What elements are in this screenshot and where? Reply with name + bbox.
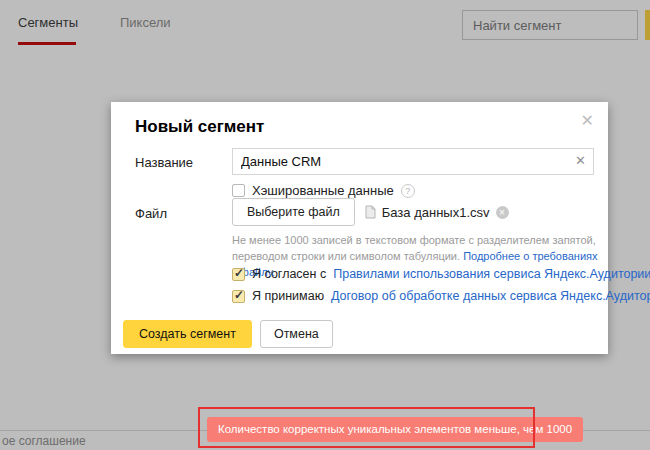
remove-file-icon[interactable]: × [496,206,509,219]
segment-name-input[interactable] [233,149,593,174]
new-segment-dialog: Новый сегмент ✕ Название ✕ Хэшированные … [111,102,608,354]
file-field-label: Файл [135,206,167,221]
file-row: Выберите файл База данных1.csv × [232,198,509,226]
clear-input-icon[interactable]: ✕ [575,154,586,167]
file-name: База данных1.csv [382,205,490,220]
cancel-button[interactable]: Отмена [260,320,333,348]
file-icon [365,205,376,219]
error-toast: Количество корректных уникальных элемент… [207,417,583,442]
name-field-label: Название [135,155,193,170]
hashed-data-row: Хэшированные данные ? [232,183,415,198]
agreement-row-rules: Я согласен с Правилами использования сер… [232,267,650,281]
hashed-data-label: Хэшированные данные [252,183,394,198]
rules-checkbox[interactable] [232,268,245,281]
dialog-title: Новый сегмент [135,117,264,137]
contract-checkbox[interactable] [232,290,245,303]
create-segment-button[interactable]: Создать сегмент [123,320,252,348]
uploaded-file-chip: База данных1.csv × [365,205,509,220]
agreement-row-contract: Я принимаю Договор об обработке данных с… [232,289,650,303]
rules-link[interactable]: Правилами использования сервиса Яндекс.А… [333,267,650,281]
contract-link[interactable]: Договор об обработке данных сервиса Янде… [331,289,650,303]
choose-file-button[interactable]: Выберите файл [232,198,355,226]
hashed-data-checkbox[interactable] [232,184,245,197]
close-icon[interactable]: ✕ [581,113,594,129]
dialog-buttons: Создать сегмент Отмена [123,320,333,348]
name-input-wrapper: ✕ [232,148,594,175]
contract-prefix: Я принимаю [252,289,324,303]
help-icon[interactable]: ? [401,184,415,198]
rules-prefix: Я согласен с [252,267,326,281]
